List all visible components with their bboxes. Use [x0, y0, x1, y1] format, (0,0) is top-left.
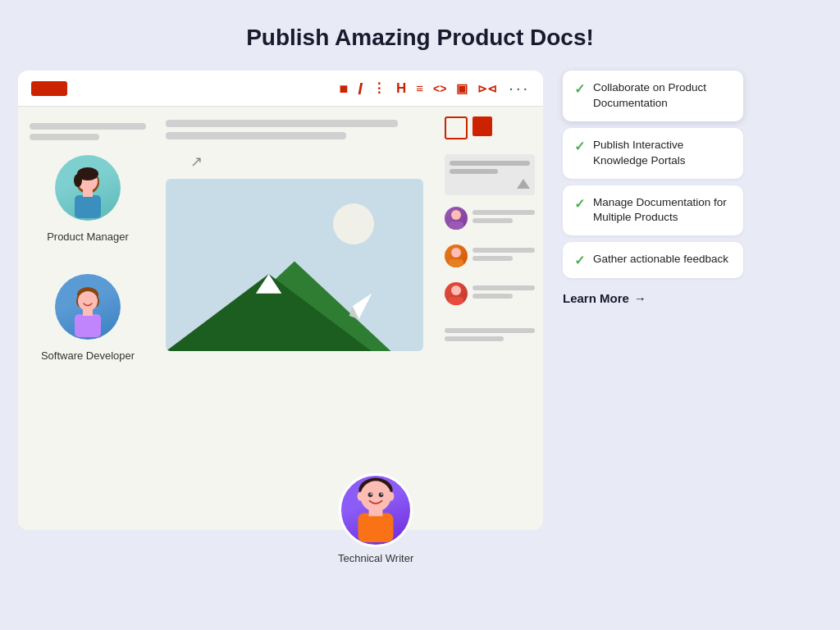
svg-rect-11	[83, 309, 93, 316]
software-developer-figure	[63, 286, 112, 340]
preview-filled-icon	[472, 116, 492, 136]
svg-rect-4	[75, 195, 101, 218]
feature-panel: ✓ Collaborate on Product Documentation ✓…	[563, 71, 743, 308]
learn-more-label: Learn More	[563, 291, 629, 305]
toolbar-expand-icon: ⊳⊲	[477, 83, 497, 94]
illustration-card: ■ I ⋮ H ≡ <> ▣ ⊳⊲ ···	[18, 71, 543, 530]
feature-text-2: Manage Documentation for Multiple Produc…	[593, 195, 732, 226]
image-placeholder	[166, 179, 423, 351]
check-icon-2: ✓	[574, 196, 585, 212]
page-title: Publish Amazing Product Docs!	[246, 25, 594, 51]
toolbar-heading-icon: H	[396, 81, 406, 95]
svg-point-25	[358, 492, 363, 501]
sidebar-lines	[30, 123, 146, 140]
svg-rect-32	[369, 510, 383, 516]
card-body: Product Manager	[18, 107, 543, 525]
technical-writer-figure	[341, 473, 410, 545]
svg-point-17	[451, 210, 461, 220]
learn-more-arrow: →	[634, 291, 646, 305]
toolbar-image-icon: ▣	[456, 82, 468, 94]
content-lines	[166, 120, 423, 139]
list-avatar-1	[445, 207, 468, 230]
software-developer-label: Software Developer	[41, 349, 135, 363]
svg-point-28	[379, 492, 384, 497]
svg-rect-5	[83, 190, 93, 197]
svg-point-21	[451, 285, 461, 295]
svg-rect-18	[449, 221, 463, 230]
toolbar: ■ I ⋮ H ≡ <> ▣ ⊳⊲ ···	[18, 71, 543, 107]
feature-text-1: Publish Interactive Knowledge Portals	[593, 138, 732, 169]
mountain-svg	[166, 235, 423, 351]
feature-text-0: Collaborate on Product Documentation	[593, 80, 732, 112]
toolbar-text-icon: I	[358, 80, 363, 97]
card-main-area: ↗	[158, 107, 436, 525]
check-icon-0: ✓	[574, 81, 585, 97]
technical-writer-avatar	[339, 473, 413, 547]
svg-rect-20	[449, 259, 463, 267]
right-preview-box	[445, 154, 535, 195]
product-manager-avatar	[55, 155, 121, 221]
check-icon-3: ✓	[574, 253, 585, 268]
feature-item-3: ✓ Gather actionable feedback	[563, 242, 743, 278]
svg-point-29	[371, 493, 372, 495]
product-manager-figure	[63, 167, 112, 221]
svg-point-9	[78, 291, 98, 311]
toolbar-list-icon: ≡	[416, 82, 423, 94]
check-icon-1: ✓	[574, 139, 585, 154]
toolbar-red-rect	[31, 81, 67, 96]
preview-frame-icon	[445, 116, 468, 139]
toolbar-block-icon: ■	[339, 81, 348, 96]
toolbar-more-icon[interactable]: ···	[509, 79, 530, 98]
list-item-3	[445, 282, 535, 305]
toolbar-grip-icon: ⋮	[372, 82, 386, 95]
cursor-icon: ↗	[190, 153, 203, 171]
product-manager-label: Product Manager	[47, 231, 129, 244]
svg-rect-22	[449, 297, 463, 305]
svg-rect-31	[358, 514, 394, 542]
card-right-sidebar	[436, 107, 543, 525]
software-developer-avatar	[55, 274, 121, 340]
list-avatar-2	[445, 244, 468, 267]
list-avatar-3	[445, 282, 468, 305]
svg-point-24	[360, 481, 390, 511]
technical-writer-section: Technical Writer	[338, 473, 413, 566]
svg-point-27	[368, 492, 373, 497]
toolbar-icons: ■ I ⋮ H ≡ <> ▣ ⊳⊲	[339, 80, 497, 97]
svg-point-26	[388, 492, 394, 501]
preview-triangle	[517, 179, 530, 189]
right-top-icons	[445, 116, 535, 139]
svg-point-3	[74, 174, 82, 187]
learn-more-link[interactable]: Learn More →	[563, 288, 743, 308]
feature-text-3: Gather actionable feedback	[593, 252, 728, 267]
feature-item-1: ✓ Publish Interactive Knowledge Portals	[563, 128, 743, 179]
technical-writer-label: Technical Writer	[338, 552, 413, 566]
card-left-sidebar: Product Manager	[18, 107, 158, 525]
feature-item-2: ✓ Manage Documentation for Multiple Prod…	[563, 185, 743, 236]
svg-point-30	[381, 493, 383, 495]
toolbar-code-icon: <>	[433, 83, 446, 94]
svg-rect-10	[75, 314, 101, 337]
list-item-1	[445, 207, 535, 230]
svg-point-19	[451, 248, 461, 258]
feature-item-0: ✓ Collaborate on Product Documentation	[563, 71, 743, 121]
main-content: ■ I ⋮ H ≡ <> ▣ ⊳⊲ ···	[18, 71, 822, 530]
list-item-2	[445, 244, 535, 267]
